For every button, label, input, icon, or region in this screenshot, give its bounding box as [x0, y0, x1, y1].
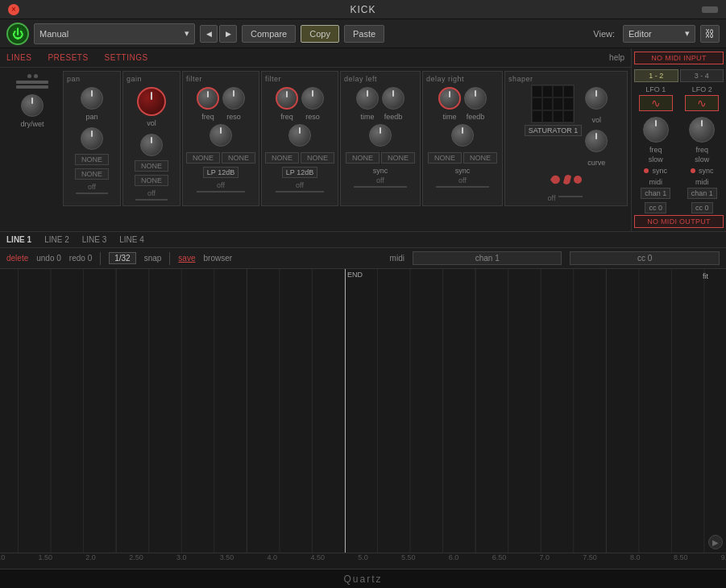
minimize-button[interactable] — [702, 6, 718, 13]
lfo2-sync-dot[interactable] — [691, 168, 695, 173]
indicator-dot — [27, 74, 31, 78]
tab-presets[interactable]: PRESETS — [48, 52, 88, 64]
view-dropdown[interactable]: Editor ▾ — [623, 25, 695, 43]
gain-none-btn2[interactable]: NONE — [135, 175, 168, 186]
lfo2-freq-knob[interactable] — [689, 117, 715, 143]
fraction-box[interactable]: 1/32 — [109, 252, 135, 264]
filter1-none-btn2[interactable]: NONE — [222, 152, 255, 164]
filter2-strip: filter freq reso NONE — [261, 71, 338, 206]
lfo1-freq-knob[interactable] — [643, 117, 669, 143]
delay-left-feedb-knob[interactable] — [382, 87, 404, 110]
tab-help[interactable]: help — [609, 53, 624, 62]
delay-left-time-knob[interactable] — [356, 87, 379, 110]
pan-knob2[interactable] — [81, 127, 103, 150]
filter2-lp-btn[interactable]: LP 12dB — [282, 167, 317, 178]
channel-1-2-button[interactable]: 1 - 2 — [634, 69, 678, 82]
delay-left-time-label: time — [360, 113, 374, 121]
filter1-freq-knob[interactable] — [197, 87, 219, 110]
right-panel: NO MIDI INPUT 1 - 2 3 - 4 LFO 1 ∿ freq s… — [631, 48, 726, 231]
delay-right-time-knob[interactable] — [438, 87, 461, 110]
lfo1-midi-label: midi — [649, 178, 662, 186]
delay-left-none2[interactable]: NONE — [381, 152, 415, 164]
tab-lines[interactable]: LINES — [6, 52, 31, 64]
filter1-lp-btn[interactable]: LP 12dB — [203, 167, 239, 178]
lfo-section: LFO 1 ∿ freq slow sync midi cha — [634, 85, 724, 215]
close-button[interactable]: × — [8, 4, 19, 15]
line-4-item[interactable]: LINE 4 — [119, 235, 144, 244]
lfo2-cc-box[interactable]: cc 0 — [691, 202, 713, 213]
save-button[interactable]: save — [178, 254, 195, 263]
paste-button[interactable]: Paste — [344, 25, 384, 43]
pan-knob[interactable] — [81, 87, 103, 110]
delete-button[interactable]: delete — [6, 254, 28, 263]
delay-right-sync[interactable]: sync — [455, 167, 471, 175]
pan-none-btn2[interactable]: NONE — [75, 168, 109, 180]
lfo2-freq-label: freq — [695, 146, 708, 154]
tab-settings[interactable]: SETTINGS — [105, 52, 148, 64]
end-marker-label: END — [345, 271, 363, 279]
pan-none-btn[interactable]: NONE — [75, 154, 109, 165]
lfo2-wave-button[interactable]: ∿ — [685, 95, 719, 111]
saturator-btn[interactable]: SATURATOR 1 — [525, 125, 583, 136]
delay-right-none2[interactable]: NONE — [463, 152, 497, 164]
next-button[interactable]: ▶ — [219, 25, 237, 43]
filter2-freq-label: freq — [280, 113, 293, 121]
delay-left-knob3[interactable] — [369, 124, 392, 147]
fit-button[interactable]: fit — [703, 272, 708, 280]
filter1-strip-label: filter — [186, 75, 202, 83]
power-button[interactable]: ⏻ — [6, 23, 29, 45]
lfo2-chan-box[interactable]: chan 1 — [687, 188, 717, 199]
gain-off-label: off — [147, 189, 156, 197]
shaper-vol-knob[interactable] — [585, 87, 608, 110]
filter1-reso-knob[interactable] — [222, 87, 245, 110]
line-2-item[interactable]: LINE 2 — [44, 235, 69, 244]
compare-button[interactable]: Compare — [242, 25, 296, 43]
lfo1-sync-dot[interactable] — [644, 168, 649, 173]
filter2-none-btn2[interactable]: NONE — [301, 152, 334, 164]
time-label-8: 4.50 — [310, 553, 325, 561]
filter2-reso-knob[interactable] — [301, 87, 324, 110]
time-label-1: 1.0 — [0, 553, 5, 561]
channel-3-4-button[interactable]: 3 - 4 — [680, 69, 724, 82]
delay-left-sync[interactable]: sync — [373, 167, 388, 175]
filter1-knob3[interactable] — [210, 124, 232, 147]
prev-button[interactable]: ◀ — [200, 25, 218, 43]
delay-left-none1[interactable]: NONE — [346, 152, 380, 164]
shaper-curve-knob[interactable] — [585, 130, 608, 152]
filter2-strip-label: filter — [265, 75, 281, 83]
filter1-none-btn1[interactable]: NONE — [186, 152, 220, 164]
snap-button[interactable]: snap — [144, 254, 162, 263]
lfo1-wave-button[interactable]: ∿ — [639, 95, 673, 111]
line-1-item[interactable]: LINE 1 — [6, 235, 31, 244]
drywet-knob[interactable] — [21, 94, 44, 117]
filter1-off-label: off — [217, 181, 225, 189]
filter2-none-btn1[interactable]: NONE — [265, 152, 299, 164]
time-labels: 1.0 1.50 2.0 2.50 3.0 3.50 4.0 4.50 5.0 … — [0, 553, 726, 569]
gain-knob2[interactable] — [140, 134, 163, 156]
seq-cc-box[interactable]: cc 0 — [570, 251, 720, 265]
redo-button[interactable]: redo 0 — [69, 254, 92, 263]
window-title: KICK — [350, 4, 375, 15]
pan-strip-label: pan — [67, 75, 81, 83]
lfo1-cc-box[interactable]: cc 0 — [645, 202, 666, 213]
line-3-item[interactable]: LINE 3 — [82, 235, 107, 244]
browser-button[interactable]: browser — [203, 254, 232, 263]
copy-button[interactable]: Copy — [301, 25, 339, 43]
delay-right-knob3[interactable] — [451, 124, 474, 147]
shaper-label: shaper — [508, 75, 533, 83]
preset-dropdown[interactable]: Manual ▾ — [34, 23, 195, 44]
filter2-freq-knob[interactable] — [276, 87, 298, 110]
scroll-right-button[interactable]: ▶ — [708, 535, 723, 549]
seq-chan-box[interactable]: chan 1 — [413, 251, 562, 265]
gain-none-btn[interactable]: NONE — [135, 160, 168, 172]
filter2-knob3[interactable] — [288, 124, 311, 147]
delay-right-feedb-knob[interactable] — [464, 87, 487, 110]
undo-button[interactable]: undo 0 — [36, 254, 61, 263]
delay-left-feedb-label: feedb — [384, 113, 403, 121]
link-button[interactable]: ⛓ — [700, 25, 720, 43]
delay-right-strip: delay right time feedb NONE — [422, 71, 503, 206]
vol-knob[interactable] — [137, 87, 166, 116]
lfo1-chan-box[interactable]: chan 1 — [641, 188, 670, 199]
time-label-2: 1.50 — [39, 553, 53, 561]
delay-right-none1[interactable]: NONE — [428, 152, 462, 164]
